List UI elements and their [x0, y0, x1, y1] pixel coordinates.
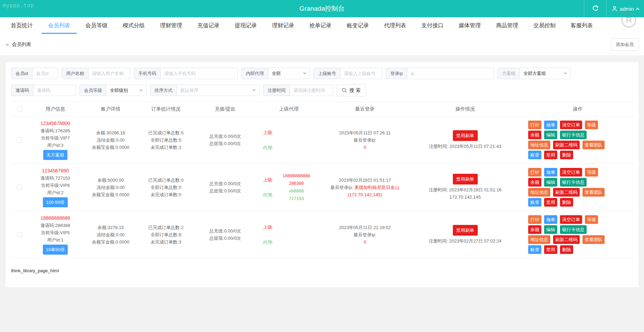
agent-cell: 上级:代理:	[257, 116, 321, 164]
inject-button[interactable]: 打针	[528, 121, 541, 129]
balance-button[interactable]: 余额	[528, 131, 541, 139]
filter-input-member-id[interactable]	[32, 68, 58, 79]
disable-button[interactable]: 禁用	[544, 245, 557, 254]
nav-tab-7[interactable]: 理财记录	[265, 17, 301, 34]
inject-button[interactable]: 打针	[528, 168, 541, 177]
level-button[interactable]: 等级	[585, 215, 598, 224]
filter-group-login-ip: 登录ip	[386, 68, 494, 79]
inject-button[interactable]: 打针	[528, 215, 541, 224]
nav-tab-0[interactable]: 首页统计	[3, 17, 40, 34]
select-all-checkbox[interactable]	[17, 106, 22, 112]
table-header-row: 用户信息账户详情订单统计情况充值/提款上级代理最近登录操作情况操作	[11, 102, 634, 116]
filter-label-register-time: 注册时间	[263, 85, 290, 96]
filter-group-phone: 手机号码	[134, 68, 238, 79]
refresh-qrcode-button[interactable]: 刷新二维码	[553, 188, 580, 197]
delete-button[interactable]: 删除	[560, 198, 573, 207]
nav-tab-4[interactable]: 理财管理	[153, 17, 189, 34]
edit-button[interactable]: 编辑	[544, 131, 557, 139]
plan-badge[interactable]: 100-50倍	[43, 197, 67, 207]
plan-badge[interactable]: 10单50倍	[43, 245, 68, 255]
agent-values	[273, 140, 319, 155]
balance-change-button[interactable]: 账变	[528, 151, 541, 159]
nav-tab-8[interactable]: 抢单记录	[302, 17, 339, 34]
disable-brush-badge[interactable]: 禁用刷单	[453, 174, 478, 184]
refresh-qrcode-button[interactable]: 刷新二维码	[553, 235, 580, 244]
nav-tab-2[interactable]: 会员等级	[78, 17, 115, 34]
filter-select-plan-group[interactable]: 全部方案组	[520, 68, 570, 79]
login-cell: 2023年05月11日 21:19:52最后登录ip:0	[321, 211, 409, 258]
filter-input-invite-code[interactable]	[34, 85, 76, 96]
make-order-button[interactable]: 做单	[544, 168, 557, 177]
add-member-button[interactable]: 添加会员	[611, 38, 638, 51]
view-team-button[interactable]: 查看团队	[582, 141, 605, 149]
view-team-button[interactable]: 查看团队	[582, 188, 605, 197]
member-invite-code: 邀请码:286388	[29, 222, 82, 229]
edit-button[interactable]: 编辑	[544, 178, 557, 187]
balance-change-button[interactable]: 账变	[528, 198, 541, 207]
bank-card-info-button[interactable]: 银行卡信息	[560, 178, 587, 187]
nav-tab-3[interactable]: 模式分组	[115, 17, 152, 34]
row-checkbox[interactable]	[17, 137, 22, 143]
filter-group-member-level: 会员等级全部级别	[80, 85, 147, 96]
view-team-button[interactable]: 查看团队	[582, 235, 605, 244]
nav-tab-9[interactable]: 账变记录	[339, 17, 376, 34]
nav-tab-11[interactable]: 支付接口	[414, 17, 451, 34]
balance-button[interactable]: 余额	[528, 178, 541, 187]
nav-tab-5[interactable]: 充值记录	[190, 17, 227, 34]
superior-block: 上级:	[258, 125, 319, 140]
edit-button[interactable]: 编辑	[544, 225, 557, 234]
search-button[interactable]: 搜 索	[336, 84, 366, 96]
action-line-1: 余额编辑银行卡信息	[528, 131, 633, 139]
filter-input-username[interactable]	[88, 68, 130, 79]
balance-button[interactable]: 余额	[528, 225, 541, 234]
agent-value: 727153	[273, 195, 319, 202]
filter-input-parent-account[interactable]	[340, 68, 382, 79]
bank-card-info-button[interactable]: 银行卡信息	[560, 225, 587, 234]
clear-orders-button[interactable]: 清空订单	[560, 121, 582, 129]
row-checkbox[interactable]	[17, 232, 22, 237]
address-info-button[interactable]: 地址信息	[528, 235, 550, 244]
disable-brush-badge[interactable]: 禁用刷单	[453, 225, 478, 236]
filter-input-register-time[interactable]	[290, 85, 333, 96]
address-info-button[interactable]: 地址信息	[528, 188, 550, 197]
nav-tab-12[interactable]: 媒体管理	[451, 17, 488, 34]
make-order-button[interactable]: 做单	[544, 121, 557, 129]
address-info-button[interactable]: 地址信息	[528, 141, 550, 149]
nav-tab-13[interactable]: 商品管理	[489, 17, 525, 34]
balance-change-button[interactable]: 账变	[528, 245, 541, 254]
filter-select-member-level[interactable]: 全部级别	[106, 85, 146, 96]
nav-tab-6[interactable]: 提现记录	[227, 17, 264, 34]
disable-button[interactable]: 禁用	[544, 198, 557, 207]
orders-cell-line-0: 已完成订单总数:5	[140, 129, 192, 136]
clear-orders-button[interactable]: 清空订单	[560, 215, 582, 224]
filter-group-register-time: 注册时间	[263, 85, 333, 96]
filter-input-login-ip[interactable]	[407, 68, 494, 79]
clear-orders-button[interactable]: 清空订单	[560, 168, 582, 177]
superior-values	[273, 219, 319, 235]
nav-tab-15[interactable]: 客服列表	[563, 17, 600, 34]
disable-brush-badge[interactable]: 禁用刷单	[453, 130, 478, 141]
disable-button[interactable]: 禁用	[544, 151, 557, 159]
nav-tab-10[interactable]: 代理列表	[377, 17, 413, 34]
row-checkbox[interactable]	[17, 185, 22, 190]
filter-select-internal-agent[interactable]: 全部	[268, 68, 310, 79]
refresh-qrcode-button[interactable]: 刷新二维码	[553, 141, 580, 149]
bank-card-info-button[interactable]: 银行卡信息	[560, 131, 587, 139]
delete-button[interactable]: 删除	[560, 245, 573, 254]
member-phone: 12345678900	[29, 120, 82, 127]
level-button[interactable]: 等级	[585, 168, 598, 177]
nav-tab-1[interactable]: 会员列表	[41, 17, 77, 34]
plan-badge[interactable]: 无方案组	[43, 150, 67, 160]
member-invite-code: 邀请码:727153	[29, 174, 82, 182]
user-info-cell: 12345678900邀请码:176285当前等级:VIP7用户id:3无方案组	[28, 116, 83, 164]
account-cell-line-1: 冻结金额:0.00	[84, 184, 137, 191]
member-user-id: 用户id:1	[29, 236, 82, 244]
filter-group-invite-code: 邀请码	[11, 85, 76, 96]
make-order-button[interactable]: 做单	[544, 215, 557, 224]
level-button[interactable]: 等级	[585, 121, 598, 129]
nav-tab-14[interactable]: 交易控制	[526, 17, 563, 34]
refresh-button[interactable]	[584, 0, 607, 17]
delete-button[interactable]: 删除	[560, 151, 573, 159]
filter-input-phone[interactable]	[161, 68, 237, 79]
filter-select-sort-order[interactable]: 默认排序	[177, 85, 259, 96]
